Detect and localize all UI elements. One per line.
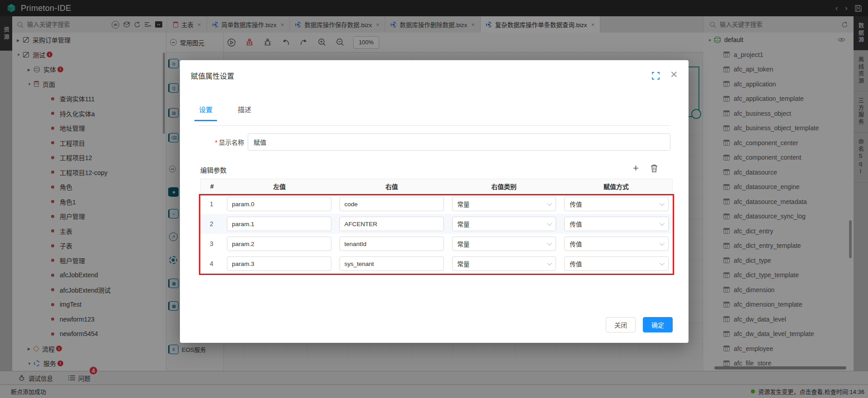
left-value-input[interactable] <box>227 237 331 251</box>
left-value-input[interactable] <box>227 217 331 231</box>
dialog-tab[interactable]: 描述 <box>238 104 251 121</box>
column-header: # <box>201 183 223 190</box>
left-value-input[interactable] <box>227 256 331 271</box>
column-header: 赋值方式 <box>560 182 672 191</box>
method-value: 传值 <box>570 239 582 248</box>
param-row: 1 常量 传值 <box>200 194 673 214</box>
row-number: 3 <box>200 240 223 247</box>
dialog-tab-label: 设置 <box>199 106 212 114</box>
tab-divider <box>199 125 670 126</box>
delete-row-icon[interactable] <box>651 164 658 172</box>
column-header: 右值类别 <box>448 182 560 191</box>
left-value-input[interactable] <box>227 197 331 211</box>
chevron-down-icon <box>547 201 552 206</box>
close-icon[interactable]: ✕ <box>670 69 678 80</box>
add-row-icon[interactable]: + <box>633 162 639 174</box>
assign-properties-dialog: 赋值属性设置 ✕ 设置 描述 *显示名称 编辑参数 + <box>180 60 689 343</box>
right-value-input[interactable] <box>340 217 444 231</box>
param-row: 3 常量 传值 <box>200 234 673 254</box>
category-select[interactable]: 常量 <box>452 237 557 251</box>
chevron-down-icon <box>660 241 665 246</box>
right-value-input[interactable] <box>340 197 444 211</box>
display-name-input[interactable] <box>248 133 670 151</box>
method-value: 传值 <box>570 259 582 268</box>
category-select[interactable]: 常量 <box>452 256 557 271</box>
right-value-input[interactable] <box>340 256 444 271</box>
required-mark: * <box>215 139 217 146</box>
chevron-down-icon <box>547 241 552 246</box>
category-select[interactable]: 常量 <box>452 197 557 211</box>
dialog-tab-label: 描述 <box>238 106 251 114</box>
row-number: 2 <box>200 220 223 227</box>
row-number: 4 <box>200 260 223 267</box>
display-name-row: *显示名称 <box>199 133 670 151</box>
param-row: 2 常量 传值 <box>200 214 673 234</box>
right-value-input[interactable] <box>340 237 444 251</box>
fullscreen-icon[interactable] <box>652 72 660 80</box>
params-table-body: 1 常量 传值 2 常量 传值 <box>200 194 673 274</box>
category-value: 常量 <box>458 259 470 268</box>
edit-params-label: 编辑参数 <box>200 165 226 175</box>
category-select[interactable]: 常量 <box>452 217 557 231</box>
column-header: 右值 <box>335 182 448 191</box>
dialog-title: 赋值属性设置 <box>191 70 234 81</box>
category-value: 常量 <box>458 219 470 228</box>
column-header: 左值 <box>223 182 335 191</box>
method-value: 传值 <box>570 199 582 208</box>
chevron-down-icon <box>660 221 665 226</box>
params-rows: 1 常量 传值 2 常量 传值 <box>200 194 673 274</box>
chevron-down-icon <box>660 201 665 206</box>
confirm-button[interactable]: 确定 <box>643 317 673 332</box>
method-select[interactable]: 传值 <box>564 197 669 211</box>
chevron-down-icon <box>547 221 552 226</box>
method-select[interactable]: 传值 <box>564 256 669 271</box>
method-select[interactable]: 传值 <box>564 217 669 231</box>
params-table: #左值右值右值类别赋值方式 1 常量 传值 2 <box>200 179 673 274</box>
dialog-tab[interactable]: 设置 <box>199 104 212 121</box>
category-value: 常量 <box>458 199 470 208</box>
params-table-header: #左值右值右值类别赋值方式 <box>200 179 673 194</box>
chevron-down-icon <box>547 261 552 265</box>
ide-window: Primeton-IDE ‹ › AI ↦ 主表 × <box>0 0 868 398</box>
category-value: 常量 <box>458 239 470 248</box>
method-select[interactable]: 传值 <box>564 237 669 251</box>
display-name-label: *显示名称 <box>199 137 248 147</box>
param-row: 4 常量 传值 <box>200 254 673 274</box>
chevron-down-icon <box>660 261 665 265</box>
row-number: 1 <box>200 200 223 208</box>
method-value: 传值 <box>570 219 582 228</box>
dialog-tabs: 设置 描述 <box>199 104 251 121</box>
close-button[interactable]: 关闭 <box>606 317 636 332</box>
